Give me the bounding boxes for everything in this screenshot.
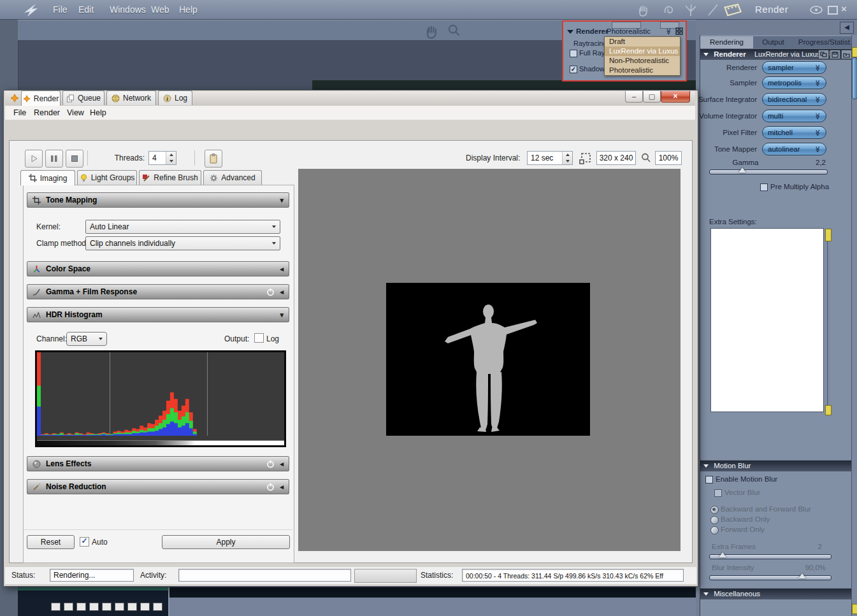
popup-grid-icon[interactable] — [675, 27, 683, 35]
popup-renderer-selected[interactable]: Photorealistic — [607, 27, 651, 35]
pause-button[interactable] — [45, 150, 63, 168]
clamp-method-dropdown[interactable]: Clip channels individually — [85, 236, 280, 250]
collapse-arrow-icon[interactable]: ◂ — [280, 483, 284, 491]
scrollbar-thumb[interactable] — [825, 229, 832, 241]
menu-web[interactable]: Web — [151, 4, 169, 15]
lux-menu-render[interactable]: Render — [34, 108, 60, 117]
window-box-icon[interactable] — [828, 6, 838, 15]
display-interval-spinner[interactable]: 12 sec — [527, 151, 573, 165]
subtab-advanced[interactable]: Advanced — [203, 170, 262, 185]
magnifier-icon[interactable] — [640, 152, 652, 164]
panel-scrollbar-thumb[interactable] — [852, 57, 857, 99]
film-frame[interactable] — [51, 603, 61, 611]
tab-network[interactable]: Network — [106, 90, 156, 105]
miscellaneous-header[interactable]: Miscellaneous — [700, 588, 852, 599]
zoom-box[interactable]: 100% — [655, 151, 682, 165]
hdr-histogram-header[interactable]: HDR Histogram ▾ — [27, 307, 289, 322]
film-frame[interactable] — [64, 603, 73, 611]
color-space-header[interactable]: Color Space ◂ — [27, 261, 289, 276]
popup-chevron-icon[interactable]: ≫ — [665, 28, 672, 34]
stop-button[interactable] — [66, 150, 83, 168]
menu-help[interactable]: Help — [179, 4, 198, 15]
tab-log[interactable]: i Log — [158, 90, 192, 105]
lens-effects-header[interactable]: Lens Effects ◂ — [27, 456, 289, 471]
power-icon[interactable] — [266, 460, 275, 468]
renderer-option[interactable]: Draft — [605, 37, 680, 47]
render-room-icon[interactable] — [722, 1, 742, 18]
maximize-button[interactable]: ▢ — [643, 91, 661, 103]
tone-mapping-header[interactable]: Tone Mapping ▾ — [27, 192, 289, 208]
spinner-arrows[interactable] — [166, 152, 176, 164]
hand-tool-icon[interactable] — [634, 3, 653, 17]
blur-intensity-slider[interactable] — [709, 575, 832, 580]
play-button[interactable] — [25, 150, 43, 168]
pose-tool-icon[interactable] — [681, 3, 700, 17]
extra-settings-textarea[interactable] — [710, 228, 824, 412]
blur-mode-radio-forward[interactable] — [710, 526, 719, 534]
noise-reduction-header[interactable]: Noise Reduction ◂ — [27, 479, 289, 494]
kernel-dropdown[interactable]: Auto Linear — [85, 220, 280, 234]
film-frame[interactable] — [140, 603, 150, 611]
collapse-arrow-icon[interactable]: ◂ — [280, 460, 284, 468]
renderer-option[interactable]: Non-Photorealistic — [605, 56, 680, 66]
sampler-dropdown[interactable]: metropolis≫ — [762, 76, 826, 89]
lux-menu-view[interactable]: View — [67, 108, 84, 117]
lux-menu-file[interactable]: File — [13, 108, 26, 117]
power-icon[interactable] — [266, 483, 275, 491]
resolution-box[interactable]: 320 x 240 — [596, 151, 636, 165]
pixel-filter-dropdown[interactable]: mitchell≫ — [762, 126, 826, 139]
renderer-option-highlighted[interactable]: LuxRender via Luxus — [605, 47, 680, 56]
twist-tool-icon[interactable] — [658, 3, 677, 17]
collapse-arrow-icon[interactable]: ◂ — [280, 265, 284, 273]
menu-file[interactable]: File — [53, 4, 68, 15]
extra-settings-scrollbar[interactable] — [827, 229, 830, 410]
extra-frames-slider-thumb[interactable] — [719, 552, 726, 557]
minimize-button[interactable]: – — [625, 91, 643, 103]
gamma-slider-thumb[interactable] — [738, 168, 746, 173]
blur-mode-radio-both[interactable] — [710, 506, 719, 514]
lux-menu-help[interactable]: Help — [90, 108, 106, 117]
tone-mapper-dropdown[interactable]: autolinear≫ — [762, 143, 826, 155]
copy-settings-button[interactable] — [205, 150, 222, 168]
tab-rendering[interactable]: Rendering — [700, 36, 754, 48]
renderer-option[interactable]: Photorealistic — [605, 66, 680, 75]
blur-intensity-slider-thumb[interactable] — [798, 573, 806, 578]
film-frame[interactable] — [153, 603, 162, 611]
log-checkbox[interactable] — [254, 333, 264, 343]
eye-icon[interactable] — [809, 6, 823, 14]
save-icon[interactable] — [830, 50, 840, 59]
menu-edit[interactable]: Edit — [78, 4, 94, 15]
shadows-checkbox[interactable]: ✓ — [570, 66, 577, 73]
reset-button[interactable]: Reset — [27, 535, 75, 549]
tab-render[interactable]: Render — [21, 90, 61, 106]
film-frame[interactable] — [127, 603, 137, 611]
panel-scrollbar-mark[interactable] — [852, 47, 857, 57]
extra-frames-slider[interactable] — [709, 554, 832, 559]
preset-shapes-icon[interactable] — [818, 50, 829, 59]
panel-scrollbar-mark[interactable] — [852, 604, 857, 614]
collapse-arrow-icon[interactable]: ◂ — [280, 288, 284, 296]
film-frame[interactable] — [102, 603, 112, 611]
tab-progress[interactable]: Progress/Statist. — [793, 36, 857, 48]
menu-windows[interactable]: Windows — [110, 4, 146, 15]
film-frame[interactable] — [115, 603, 124, 611]
threads-spinner[interactable]: 4 — [148, 151, 176, 165]
subtab-light-groups[interactable]: Light Groups — [77, 170, 137, 185]
pre-multiply-alpha-checkbox[interactable] — [760, 183, 768, 191]
auto-checkbox[interactable]: ✓ — [80, 537, 89, 547]
film-frame[interactable] — [76, 603, 86, 611]
film-frame[interactable] — [89, 603, 99, 611]
power-icon[interactable] — [266, 288, 275, 296]
window-close-icon[interactable]: × — [841, 3, 847, 14]
renderer-dropdown[interactable]: sampler≫ — [762, 61, 826, 74]
brush-tool-icon[interactable] — [703, 3, 722, 17]
subtab-refine-brush[interactable]: Refine Brush — [139, 170, 201, 185]
enable-motion-blur-checkbox[interactable] — [705, 476, 713, 483]
spinner-arrows[interactable] — [562, 152, 572, 164]
surface-integrator-dropdown[interactable]: bidirectional≫ — [762, 93, 826, 106]
tab-queue[interactable]: Queue — [62, 90, 104, 105]
zoom-magnifier-icon[interactable] — [446, 23, 463, 39]
close-button[interactable]: × — [661, 91, 690, 103]
pan-hand-icon[interactable] — [423, 22, 441, 39]
load-folder-icon[interactable] — [841, 50, 852, 59]
